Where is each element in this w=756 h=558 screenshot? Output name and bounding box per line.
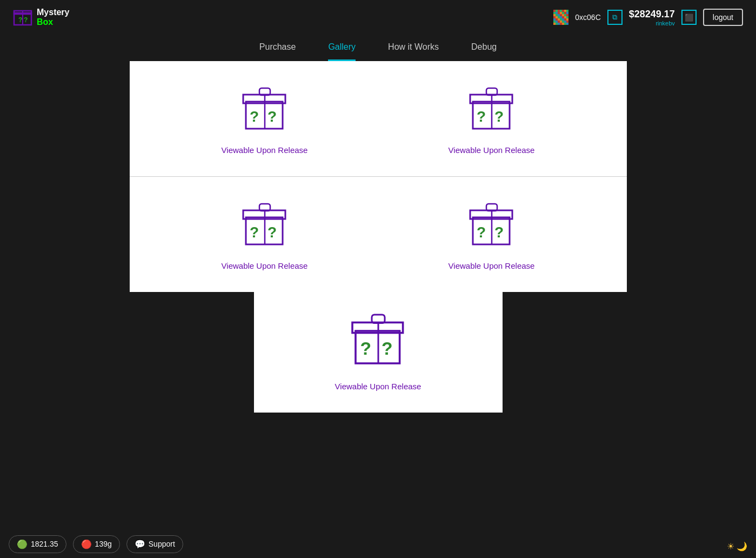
svg-rect-30 (562, 16, 564, 18)
logo-box: Box (37, 17, 69, 27)
gallery-item-2: ? ? Viewable Upon Release (411, 83, 573, 155)
gallery-panel-3: ? ? Viewable Upon Release (254, 292, 503, 413)
svg-rect-43 (560, 21, 562, 23)
weight-pill-value: 139g (95, 540, 112, 548)
gallery-panel-1: ? ? Viewable Upon Release ? ? Viewable U… (130, 61, 627, 176)
weight-pill[interactable]: 🔴 139g (73, 535, 120, 553)
svg-rect-10 (564, 10, 566, 12)
logo-mystery: Mystery (37, 8, 69, 17)
svg-rect-49 (558, 23, 560, 25)
dark-mode-toggle[interactable]: ☀ 🌙 (727, 541, 747, 552)
svg-text:?: ? (267, 108, 277, 125)
gallery-item-2-label: Viewable Upon Release (449, 145, 535, 155)
svg-rect-31 (564, 16, 566, 18)
svg-rect-26 (553, 16, 556, 18)
svg-rect-34 (556, 18, 558, 21)
nav-purchase[interactable]: Purchase (259, 35, 296, 61)
mystery-box-icon-1: ? ? (238, 83, 292, 137)
gallery-item-1: ? ? Viewable Upon Release (184, 83, 346, 155)
nav-debug[interactable]: Debug (471, 35, 497, 61)
svg-rect-20 (556, 14, 558, 16)
main-content: ? ? Viewable Upon Release ? ? Viewable U… (0, 61, 756, 413)
svg-text:?: ? (267, 224, 277, 241)
nav-how-it-works[interactable]: How it Works (388, 35, 439, 61)
svg-text:?: ? (250, 224, 259, 241)
svg-rect-36 (560, 18, 562, 21)
gallery-item-3: ? ? Viewable Upon Release (184, 198, 346, 270)
svg-text:?: ? (494, 224, 504, 241)
balance-pill-icon: 🟢 (17, 539, 28, 549)
svg-rect-11 (566, 10, 568, 12)
svg-text:?: ? (18, 16, 22, 24)
svg-rect-35 (558, 18, 560, 21)
svg-rect-27 (556, 16, 558, 18)
sun-icon: ☀ (727, 541, 734, 552)
svg-rect-40 (553, 21, 556, 23)
svg-rect-47 (553, 23, 556, 25)
svg-rect-44 (562, 21, 564, 23)
support-pill-icon: 💬 (135, 539, 145, 549)
bottom-bar: 🟢 1821.35 🔴 139g 💬 Support (0, 530, 756, 558)
svg-rect-46 (566, 21, 568, 23)
svg-rect-22 (560, 14, 562, 16)
svg-rect-23 (562, 14, 564, 16)
svg-rect-14 (558, 12, 560, 14)
logo-text: Mystery Box (37, 8, 69, 26)
nav: Purchase Gallery How it Works Debug (0, 35, 756, 61)
balance-pill-value: 1821.35 (31, 540, 58, 548)
support-pill-label: Support (149, 540, 175, 548)
svg-rect-38 (564, 18, 566, 21)
gallery-item-1-label: Viewable Upon Release (222, 145, 308, 155)
svg-text:?: ? (477, 108, 486, 125)
svg-text:?: ? (360, 338, 371, 358)
svg-rect-41 (556, 21, 558, 23)
svg-rect-5 (553, 10, 556, 12)
svg-rect-33 (553, 18, 556, 21)
gallery-item-5-label: Viewable Upon Release (335, 382, 422, 391)
nav-gallery[interactable]: Gallery (328, 35, 356, 61)
mystery-box-icon-3: ? ? (238, 198, 292, 253)
svg-rect-6 (556, 10, 558, 12)
balance-display: $28249.17 rinkebv (629, 9, 675, 26)
svg-rect-45 (564, 21, 566, 23)
balance-amount: $28249.17 (629, 9, 675, 20)
weight-pill-icon: 🔴 (81, 539, 92, 549)
logo: ? ? Mystery Box (13, 8, 69, 27)
svg-rect-21 (558, 14, 560, 16)
svg-text:?: ? (24, 16, 28, 24)
svg-rect-42 (558, 21, 560, 23)
logo-icon: ? ? (13, 8, 32, 27)
svg-rect-52 (564, 23, 566, 25)
svg-rect-18 (566, 12, 568, 14)
support-pill[interactable]: 💬 Support (126, 535, 183, 553)
mystery-box-icon-2: ? ? (465, 83, 519, 137)
svg-rect-32 (566, 16, 568, 18)
svg-rect-9 (562, 10, 564, 12)
balance-pill[interactable]: 🟢 1821.35 (9, 535, 66, 553)
svg-rect-17 (564, 12, 566, 14)
header-right: 0xc06C ⧉ $28249.17 rinkebv ⬛ logout (553, 9, 743, 26)
svg-text:?: ? (494, 108, 504, 125)
mystery-box-icon-5: ? ? (346, 308, 411, 373)
balance-username: rinkebv (655, 20, 674, 26)
svg-rect-29 (560, 16, 562, 18)
wallet-address: 0xc06C (575, 13, 600, 22)
svg-rect-16 (562, 12, 564, 14)
svg-rect-15 (560, 12, 562, 14)
svg-text:?: ? (382, 338, 393, 358)
svg-rect-28 (558, 16, 560, 18)
copy-address-button[interactable]: ⧉ (607, 10, 623, 25)
svg-rect-48 (556, 23, 558, 25)
svg-rect-37 (562, 18, 564, 21)
balance-icon-button[interactable]: ⬛ (681, 10, 697, 25)
svg-rect-13 (556, 12, 558, 14)
gallery-row-2: ? ? Viewable Upon Release ? ? Viewable U… (130, 188, 627, 281)
header: ? ? Mystery Box (0, 0, 756, 35)
gallery-panel-2: ? ? Viewable Upon Release ? ? Viewable U… (130, 177, 627, 292)
svg-rect-7 (558, 10, 560, 12)
logout-button[interactable]: logout (703, 9, 743, 26)
svg-text:?: ? (477, 224, 486, 241)
svg-rect-50 (560, 23, 562, 25)
svg-rect-12 (553, 12, 556, 14)
svg-text:?: ? (250, 108, 259, 125)
